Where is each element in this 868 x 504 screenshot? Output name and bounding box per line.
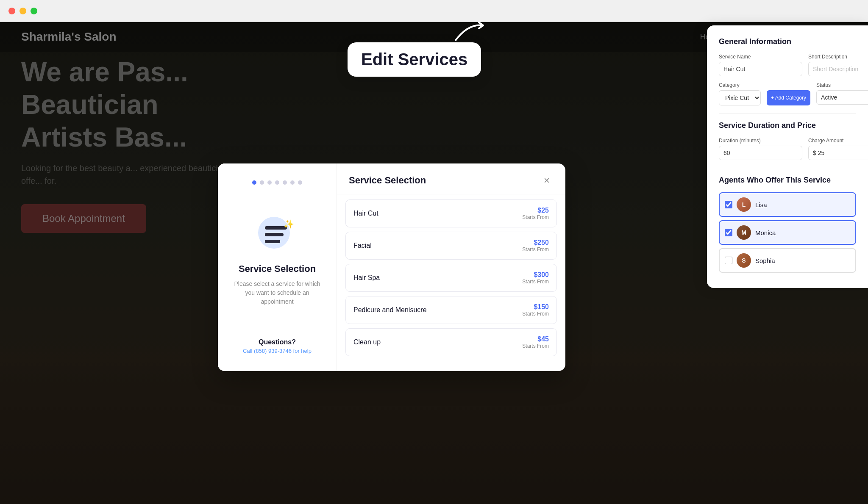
service-price-area-cleanup: $45 Starts From: [522, 335, 549, 349]
line-2: [265, 233, 284, 236]
dot-4: [275, 180, 279, 185]
service-price-area-haircut: $25 Starts From: [522, 207, 549, 220]
duration-row: Duration (minutes) Charge Amount Deposit…: [719, 138, 856, 160]
category-select[interactable]: Pixie Cut: [719, 90, 761, 105]
add-category-button[interactable]: + Add Category: [767, 90, 810, 105]
service-name-hairspa: Hair Spa: [353, 274, 380, 282]
service-item-haircut[interactable]: Hair Cut $25 Starts From: [345, 199, 557, 227]
short-desc-label: Short Description: [808, 54, 868, 60]
traffic-light-yellow[interactable]: [19, 8, 26, 14]
category-group: Category Pixie Cut: [719, 82, 761, 105]
service-name-row: Service Name Short Description: [719, 54, 856, 76]
modal-left-title: Service Selection: [239, 263, 316, 274]
service-name-group: Service Name: [719, 54, 802, 76]
modal-header: Service Selection ×: [337, 163, 565, 194]
modal-icon-area: ✨ Service Selection Please select a serv…: [231, 193, 324, 330]
service-item-pedicure[interactable]: Pedicure and Menisucre $150 Starts From: [345, 296, 557, 324]
agent-avatar-monica: M: [737, 225, 751, 240]
duration-input[interactable]: [719, 146, 802, 160]
edit-services-label: Edit Services: [348, 42, 481, 77]
modal-title: Service Selection: [349, 175, 426, 186]
service-starts-haircut: Starts From: [522, 214, 549, 220]
service-name-haircut: Hair Cut: [353, 210, 378, 217]
agent-avatar-sophia: S: [737, 253, 751, 268]
service-icon: ✨: [258, 217, 296, 255]
service-starts-pedicure: Starts From: [522, 311, 549, 317]
modal-right-panel: Service Selection × Hair Cut $25 Starts …: [337, 163, 565, 371]
traffic-light-green[interactable]: [31, 8, 37, 14]
charge-group: Charge Amount: [808, 138, 868, 160]
service-price-area-facial: $250 Starts From: [522, 239, 549, 252]
dot-2: [260, 180, 264, 185]
service-list: Hair Cut $25 Starts From Facial $250 Sta…: [337, 194, 565, 371]
service-price-pedicure: $150: [522, 303, 549, 311]
dot-1: [252, 180, 256, 185]
service-starts-facial: Starts From: [522, 246, 549, 252]
edit-services-panel: General Information Service Name Short D…: [707, 25, 868, 288]
agent-checkbox-lisa[interactable]: [725, 201, 732, 208]
agent-avatar-lisa: L: [737, 197, 751, 212]
modal-close-button[interactable]: ×: [540, 174, 554, 187]
agent-name-monica: Monica: [755, 229, 776, 236]
browser-chrome: [0, 0, 868, 22]
charge-label: Charge Amount: [808, 138, 868, 144]
service-item-cleanup[interactable]: Clean up $45 Starts From: [345, 328, 557, 356]
dot-5: [283, 180, 287, 185]
status-input[interactable]: [816, 90, 868, 105]
status-label: Status: [816, 82, 868, 88]
agent-item-lisa[interactable]: L Lisa: [719, 192, 856, 217]
general-info-title: General Information: [719, 37, 856, 46]
service-price-hairspa: $300: [522, 271, 549, 279]
agent-checkbox-monica[interactable]: [725, 229, 732, 236]
dot-3: [267, 180, 272, 185]
status-group: Status: [816, 82, 868, 105]
short-desc-input[interactable]: [808, 62, 868, 76]
traffic-light-red[interactable]: [8, 8, 15, 14]
agents-title: Agents Who Offer This Service: [719, 176, 856, 185]
modal-questions: Questions? Call (858) 939-3746 for help: [243, 330, 312, 354]
charge-input[interactable]: [808, 146, 868, 160]
agent-item-sophia[interactable]: S Sophia: [719, 248, 856, 273]
service-item-facial[interactable]: Facial $250 Starts From: [345, 232, 557, 260]
questions-title: Questions?: [243, 338, 312, 346]
divider-2: [719, 168, 856, 168]
service-name-pedicure: Pedicure and Menisucre: [353, 306, 427, 314]
service-price-haircut: $25: [522, 207, 549, 214]
service-name-label: Service Name: [719, 54, 802, 60]
service-modal: ✨ Service Selection Please select a serv…: [218, 163, 565, 371]
duration-group: Duration (minutes): [719, 138, 802, 160]
spark-icon: ✨: [284, 219, 294, 229]
agent-name-sophia: Sophia: [755, 257, 775, 264]
service-price-area-hairspa: $300 Starts From: [522, 271, 549, 285]
edit-callout: Edit Services: [348, 42, 481, 77]
short-desc-group: Short Description: [808, 54, 868, 76]
service-price-area-pedicure: $150 Starts From: [522, 303, 549, 317]
stepper-dots: [252, 180, 302, 185]
divider-1: [719, 113, 856, 114]
agent-item-monica[interactable]: M Monica: [719, 220, 856, 245]
dot-7: [298, 180, 302, 185]
category-row: Category Pixie Cut + Add Category Status: [719, 82, 856, 105]
agent-checkbox-sophia[interactable]: [725, 257, 732, 264]
questions-phone: Call (858) 939-3746 for help: [243, 348, 312, 354]
dot-6: [290, 180, 295, 185]
modal-left-desc: Please select a service for which you wa…: [231, 280, 324, 306]
service-name-cleanup: Clean up: [353, 338, 381, 346]
callout-arrow-svg: [451, 19, 485, 44]
category-label: Category: [719, 82, 761, 88]
duration-price-title: Service Duration and Price: [719, 121, 856, 130]
agents-section: L Lisa M Monica S Sophia: [719, 192, 856, 273]
duration-label: Duration (minutes): [719, 138, 802, 144]
service-starts-cleanup: Starts From: [522, 343, 549, 349]
line-3: [265, 240, 280, 243]
service-price-cleanup: $45: [522, 335, 549, 343]
service-name-input[interactable]: [719, 62, 802, 76]
modal-left-panel: ✨ Service Selection Please select a serv…: [218, 163, 337, 371]
service-price-facial: $250: [522, 239, 549, 246]
agent-name-lisa: Lisa: [755, 201, 767, 208]
service-item-hairspa[interactable]: Hair Spa $300 Starts From: [345, 264, 557, 292]
service-name-facial: Facial: [353, 242, 372, 249]
service-starts-hairspa: Starts From: [522, 279, 549, 285]
